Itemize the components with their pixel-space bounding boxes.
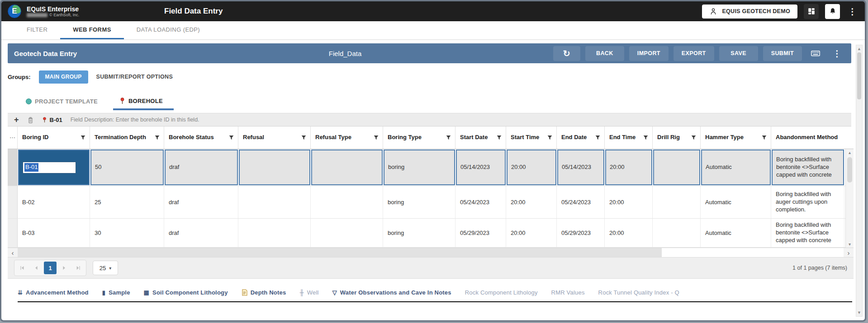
cell-refusal-type[interactable] — [311, 186, 383, 218]
cell-start-date[interactable]: 05/29/2023 — [455, 219, 506, 247]
tab-well[interactable]: ╫ Well — [299, 289, 318, 296]
tab-borehole[interactable]: BOREHOLE — [119, 97, 167, 110]
cell-end-time[interactable]: 20:00 — [605, 150, 652, 185]
boring-id-input[interactable]: B-01 — [23, 162, 76, 173]
cell-hammer-type[interactable]: Automatic — [701, 150, 771, 185]
cell-refusal[interactable] — [239, 150, 310, 185]
cell-abandonment-method[interactable]: Boring backfilled with bentonite <>Surfa… — [772, 150, 844, 185]
page-scroll-up-icon[interactable]: ▲ — [857, 47, 861, 51]
header-more-menu[interactable]: ⋮ — [846, 6, 859, 17]
page-size-select[interactable]: 25 ▾ — [93, 261, 118, 275]
page-scroll-down-icon[interactable]: ▼ — [857, 310, 861, 315]
scroll-up-icon[interactable]: ▴ — [849, 150, 851, 155]
page-scrollbar-thumb[interactable] — [857, 52, 861, 99]
keyboard-shortcuts-button[interactable] — [807, 48, 824, 58]
tab-depth-notes[interactable]: Depth Notes — [242, 289, 286, 296]
cell-hammer-type[interactable]: Automatic — [701, 219, 771, 247]
filter-icon[interactable] — [547, 135, 553, 140]
cell-boring-id[interactable]: B-02 — [18, 186, 90, 218]
cell-hammer-type[interactable]: Automatic — [701, 186, 771, 218]
cell-refusal[interactable] — [238, 186, 311, 218]
column-header-borehole-status[interactable]: Borehole Status — [164, 126, 238, 149]
hscroll-thumb[interactable] — [18, 248, 662, 257]
next-page-button[interactable] — [58, 262, 71, 274]
group-submit-report-options[interactable]: SUBMIT/REPORT OPTIONS — [96, 74, 173, 80]
grid-scrollbar-thumb[interactable] — [847, 157, 852, 183]
filter-icon[interactable] — [761, 135, 767, 140]
column-header-boring-type[interactable]: Boring Type — [383, 126, 455, 149]
page-number-button[interactable]: 1 — [44, 262, 57, 274]
cell-borehole-status[interactable]: draf — [164, 219, 238, 247]
filter-icon[interactable] — [373, 135, 379, 140]
column-header-abandonment-method[interactable]: Abandonment Method — [771, 126, 844, 149]
tab-rock-component-lithology[interactable]: Rock Component Lithology — [465, 289, 538, 296]
refresh-button[interactable]: ↻ — [553, 46, 580, 61]
tab-data-loading-edp[interactable]: DATA LOADING (EDP) — [124, 21, 213, 39]
filter-icon[interactable] — [595, 135, 601, 140]
cell-drill-rig[interactable] — [653, 186, 701, 218]
cell-refusal-type[interactable] — [311, 219, 383, 247]
column-header-refusal[interactable]: Refusal — [238, 126, 311, 149]
add-row-button[interactable]: + — [14, 116, 19, 124]
filter-icon[interactable] — [496, 135, 502, 140]
column-header-refusal-type[interactable]: Refusal Type — [311, 126, 383, 149]
cell-refusal[interactable] — [238, 219, 311, 247]
cell-borehole-status[interactable]: draf — [164, 186, 238, 218]
tab-web-forms[interactable]: WEB FORMS — [60, 21, 123, 39]
column-header-start-time[interactable]: Start Time — [506, 126, 557, 149]
notifications-button[interactable] — [825, 4, 840, 19]
table-row[interactable]: B-02 25 draf boring 05/24/2023 20:00 05/… — [8, 186, 854, 219]
cell-refusal-type[interactable] — [311, 150, 383, 185]
filter-icon[interactable] — [228, 135, 234, 140]
first-page-button[interactable] — [16, 262, 28, 274]
cell-end-time[interactable]: 20:00 — [605, 186, 653, 218]
user-account-button[interactable]: EQUIS GEOTECH DEMO — [702, 5, 797, 19]
grid-horizontal-scrollbar[interactable]: ‹ › — [8, 248, 854, 257]
column-header-termination-depth[interactable]: Termination Depth — [90, 126, 164, 149]
cell-end-date[interactable]: 05/24/2023 — [557, 186, 605, 218]
cell-termination-depth[interactable]: 50 — [90, 150, 164, 185]
tab-filter[interactable]: FILTER — [14, 21, 60, 39]
tab-water-observations[interactable]: ▽ Water Observations and Cave In Notes — [332, 289, 451, 296]
cell-end-date[interactable]: 05/29/2023 — [557, 219, 605, 247]
column-header-end-time[interactable]: End Time — [605, 126, 653, 149]
back-button[interactable]: BACK — [585, 46, 624, 61]
filter-icon[interactable] — [446, 135, 451, 140]
tab-rmr-values[interactable]: RMR Values — [551, 289, 585, 296]
cell-end-date[interactable]: 05/14/2023 — [557, 150, 604, 185]
import-button[interactable]: IMPORT — [629, 46, 669, 61]
cell-end-time[interactable]: 20:00 — [605, 219, 653, 247]
column-header-drill-rig[interactable]: Drill Rig — [653, 126, 701, 149]
column-header-start-date[interactable]: Start Date — [455, 126, 506, 149]
cell-drill-rig[interactable] — [653, 219, 701, 247]
column-header-end-date[interactable]: End Date — [557, 126, 605, 149]
column-header-hammer-type[interactable]: Hammer Type — [701, 126, 771, 149]
filter-icon[interactable] — [80, 135, 86, 140]
cell-boring-type[interactable]: boring — [383, 186, 455, 218]
cell-abandonment-method[interactable]: Boring backfilled with auger cuttings up… — [771, 186, 844, 218]
tab-soil-component-lithology[interactable]: ▦ Soil Component Lithology — [144, 289, 228, 296]
cell-drill-rig[interactable] — [653, 150, 700, 185]
hscroll-track[interactable] — [18, 248, 844, 257]
scroll-left-icon[interactable]: ‹ — [8, 248, 18, 257]
tab-advancement-method[interactable]: ⇊ Advancement Method — [18, 289, 89, 296]
filter-icon[interactable] — [691, 135, 697, 140]
column-header-boring-id[interactable]: Boring ID — [18, 126, 90, 149]
save-button[interactable]: SAVE — [719, 46, 758, 61]
table-row[interactable]: B-01 50 draf boring 05/14/2023 20:00 05/… — [8, 149, 854, 186]
cell-termination-depth[interactable]: 30 — [90, 219, 164, 247]
tab-sample[interactable]: ▮ Sample — [102, 289, 130, 296]
scroll-down-icon[interactable]: ▾ — [849, 242, 851, 247]
cell-start-time[interactable]: 20:00 — [507, 150, 556, 185]
cell-start-date[interactable]: 05/24/2023 — [455, 186, 506, 218]
filter-icon[interactable] — [643, 135, 649, 140]
cell-abandonment-method[interactable]: Boring backfilled with bentonite <>Surfa… — [771, 219, 844, 247]
cell-boring-id[interactable]: B-03 — [18, 219, 90, 247]
column-options-header[interactable]: ⋯ — [8, 126, 18, 149]
last-page-button[interactable] — [72, 262, 85, 274]
filter-icon[interactable] — [154, 135, 160, 140]
row-handle[interactable] — [8, 149, 18, 186]
page-vertical-scrollbar[interactable]: ▲ ▼ — [856, 45, 863, 317]
grid-vertical-scrollbar[interactable]: ▴ ▾ — [845, 149, 854, 248]
cell-start-time[interactable]: 20:00 — [506, 186, 557, 218]
